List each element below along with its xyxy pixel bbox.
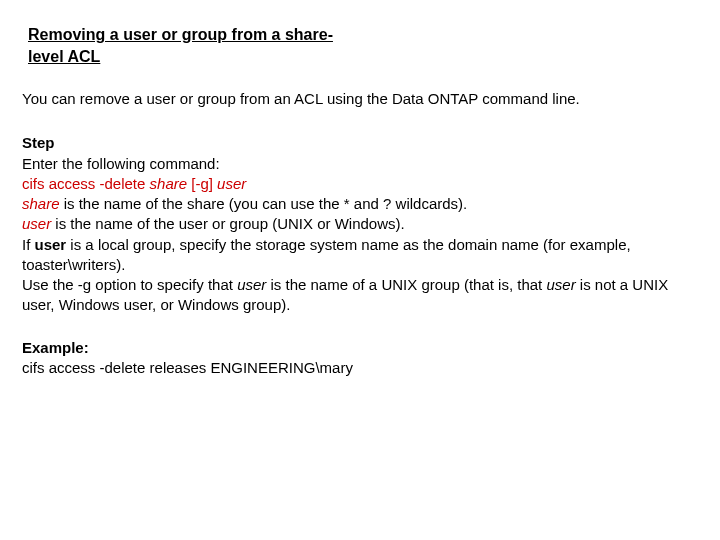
share-term: share <box>22 195 60 212</box>
g-line: Use the -g option to specify that user i… <box>22 275 698 316</box>
if-b: user <box>35 236 67 253</box>
if-c: is a local group, specify the storage sy… <box>22 236 631 273</box>
if-line: If user is a local group, specify the st… <box>22 235 698 276</box>
share-desc: is the name of the share (you can use th… <box>60 195 468 212</box>
example-label: Example: <box>22 338 698 358</box>
cmd-user: user <box>217 175 246 192</box>
user-desc-line: user is the name of the user or group (U… <box>22 214 698 234</box>
cmd-mid: [-g] <box>187 175 217 192</box>
step-label: Step <box>22 133 698 153</box>
g-b: user <box>237 276 266 293</box>
enter-line: Enter the following command: <box>22 154 698 174</box>
step-block: Step Enter the following command: cifs a… <box>22 133 698 315</box>
cmd-prefix: cifs access -delete <box>22 175 150 192</box>
g-d: user <box>546 276 575 293</box>
command-line: cifs access -delete share [-g] user <box>22 174 698 194</box>
g-c: is the name of a UNIX group (that is, th… <box>266 276 546 293</box>
page-title: Removing a user or group from a share-le… <box>28 24 368 67</box>
share-desc-line: share is the name of the share (you can … <box>22 194 698 214</box>
document-page: Removing a user or group from a share-le… <box>0 0 720 402</box>
user-desc: is the name of the user or group (UNIX o… <box>51 215 404 232</box>
intro-text: You can remove a user or group from an A… <box>22 89 698 109</box>
cmd-share: share <box>150 175 188 192</box>
user-term: user <box>22 215 51 232</box>
if-a: If <box>22 236 35 253</box>
g-a: Use the -g option to specify that <box>22 276 237 293</box>
example-command: cifs access -delete releases ENGINEERING… <box>22 358 698 378</box>
